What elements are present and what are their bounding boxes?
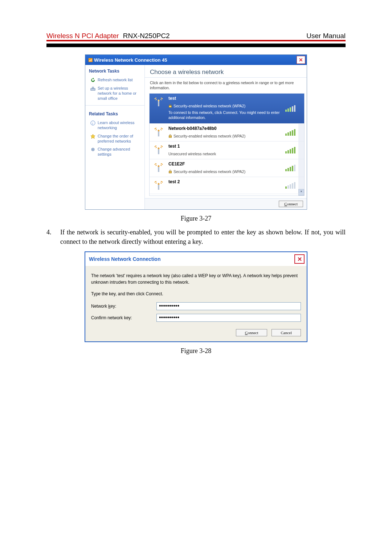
input-confirm-key[interactable]: ••••••••••	[156, 314, 301, 322]
svg-rect-19	[285, 134, 287, 136]
svg-rect-36	[290, 167, 291, 171]
antenna-icon	[152, 161, 165, 174]
svg-rect-42	[287, 185, 289, 189]
info-text-1: The network 'test' requires a network ke…	[91, 272, 301, 286]
connect-button[interactable]: Connect	[279, 201, 303, 207]
svg-rect-41	[285, 186, 287, 189]
svg-point-24	[158, 147, 160, 149]
dialog-wireless-network-connection: 📶 Wireless Network Connection 45 ✕ Netwo…	[85, 54, 307, 210]
sidebar-item-label: Refresh network list	[98, 78, 133, 83]
sidebar-item-advanced[interactable]: Change advanced settings	[85, 146, 144, 159]
figure-caption-3-28: Figure 3-28	[0, 347, 392, 355]
svg-rect-13	[290, 107, 291, 112]
network-item-1[interactable]: test Security-enabled wireless network (…	[150, 94, 304, 123]
close-button[interactable]: ✕	[294, 254, 305, 264]
svg-rect-27	[287, 150, 289, 153]
svg-rect-29	[292, 148, 293, 153]
network-security: Security-enabled wireless network (WPA2)	[168, 169, 296, 174]
titlebar-text: Wireless Network Connection	[89, 256, 294, 262]
form-row-network-key: Network key: ••••••••••	[91, 302, 301, 310]
input-network-key[interactable]: ••••••••••	[156, 302, 301, 310]
antenna-icon	[152, 126, 165, 138]
svg-point-7	[93, 149, 94, 150]
network-item-5[interactable]: test 2	[150, 177, 304, 194]
step-4-paragraph: 4. If the network is security-enabled, y…	[46, 227, 346, 246]
svg-rect-23	[294, 129, 295, 136]
refresh-icon	[90, 78, 95, 83]
doc-type: User Manual	[306, 32, 346, 40]
svg-rect-18	[169, 136, 172, 138]
antenna-icon	[152, 96, 165, 120]
svg-text:📶: 📶	[88, 58, 93, 62]
svg-point-39	[158, 183, 160, 185]
svg-rect-40	[158, 185, 159, 190]
setup-icon	[90, 86, 95, 91]
svg-rect-26	[285, 151, 287, 153]
signal-strength-icon	[285, 128, 296, 136]
sidebar-item-label: Learn about wireless networking	[98, 120, 142, 131]
svg-rect-28	[290, 149, 291, 153]
sidebar-item-learn[interactable]: i Learn about wireless networking	[85, 119, 144, 133]
network-list[interactable]: ▴ ▾ test Security-enabled wireless netwo…	[149, 93, 305, 196]
svg-rect-17	[158, 131, 159, 136]
svg-rect-11	[285, 110, 287, 112]
dialog-network-key: Wireless Network Connection ✕ The networ…	[85, 251, 307, 342]
network-name: Network-b0487a7e48b0	[168, 126, 296, 131]
network-help-text: To connect to this network, click Connec…	[168, 110, 296, 120]
sidebar-divider	[85, 105, 144, 106]
connect-button[interactable]: Connect	[236, 329, 268, 336]
titlebar[interactable]: Wireless Network Connection ✕	[85, 252, 307, 266]
sidebar-heading-related-tasks: Related Tasks	[85, 108, 144, 119]
svg-rect-2	[92, 87, 94, 89]
svg-rect-34	[285, 169, 287, 171]
titlebar-text: Wireless Network Connection 45	[94, 57, 297, 63]
star-icon	[90, 134, 95, 139]
network-item-4[interactable]: CE1E2F Security-enabled wireless network…	[150, 159, 304, 177]
svg-rect-1	[91, 89, 95, 90]
sidebar: Network Tasks Refresh network list Set u…	[85, 65, 145, 209]
svg-rect-38	[294, 165, 295, 171]
sidebar-item-refresh[interactable]: Refresh network list	[85, 77, 144, 85]
form-row-confirm-key: Confirm network key: ••••••••••	[91, 314, 301, 322]
network-item-3[interactable]: test 1 Unsecured wireless network	[150, 141, 304, 159]
titlebar[interactable]: 📶 Wireless Network Connection 45 ✕	[85, 55, 307, 65]
product-name-red: Wireless N PCI Adapter	[46, 32, 119, 40]
header-rule-red	[46, 40, 346, 41]
svg-rect-35	[287, 168, 289, 171]
svg-point-31	[158, 165, 160, 167]
network-security: Unsecured wireless network	[168, 152, 296, 156]
page-header: Wireless N PCI Adapter RNX-N250PC2 User …	[46, 32, 346, 47]
svg-rect-44	[292, 183, 293, 189]
sidebar-item-label: Set up a wireless network for a home or …	[98, 86, 142, 101]
header-rule-black	[46, 44, 346, 47]
sidebar-item-label: Change advanced settings	[98, 147, 142, 157]
network-name: test 1	[168, 144, 296, 149]
figure-caption-3-27: Figure 3-27	[0, 215, 392, 222]
dialog-footer: Connect	[145, 198, 307, 209]
network-item-2[interactable]: Network-b0487a7e48b0 Security-enabled wi…	[150, 124, 304, 141]
antenna-icon	[152, 179, 165, 191]
cancel-button[interactable]: Cancel	[271, 329, 301, 336]
sidebar-item-setup[interactable]: Set up a wireless network for a home or …	[85, 85, 144, 103]
main-subtext: Click an item in the list below to conne…	[145, 78, 307, 93]
gear-icon	[90, 147, 95, 152]
sidebar-item-order[interactable]: Change the order of preferred networks	[85, 133, 144, 146]
paragraph-text: If the network is security-enabled, you …	[60, 227, 346, 246]
product-name-black: RNX-N250PC2	[123, 32, 170, 40]
svg-rect-9	[158, 101, 159, 106]
svg-rect-37	[292, 166, 293, 171]
close-button[interactable]: ✕	[297, 56, 305, 64]
svg-rect-45	[294, 182, 295, 189]
network-security: Security-enabled wireless network (WPA2)	[168, 134, 296, 138]
signal-strength-icon	[285, 104, 296, 112]
svg-rect-10	[169, 106, 172, 107]
svg-rect-21	[290, 131, 291, 136]
svg-rect-15	[294, 105, 295, 112]
list-number: 4.	[46, 227, 60, 246]
signal-strength-icon	[285, 164, 296, 172]
network-name: test 2	[168, 179, 296, 184]
svg-point-16	[158, 130, 160, 131]
svg-rect-43	[290, 184, 291, 189]
antenna-icon	[152, 144, 165, 156]
signal-strength-icon	[285, 181, 296, 189]
